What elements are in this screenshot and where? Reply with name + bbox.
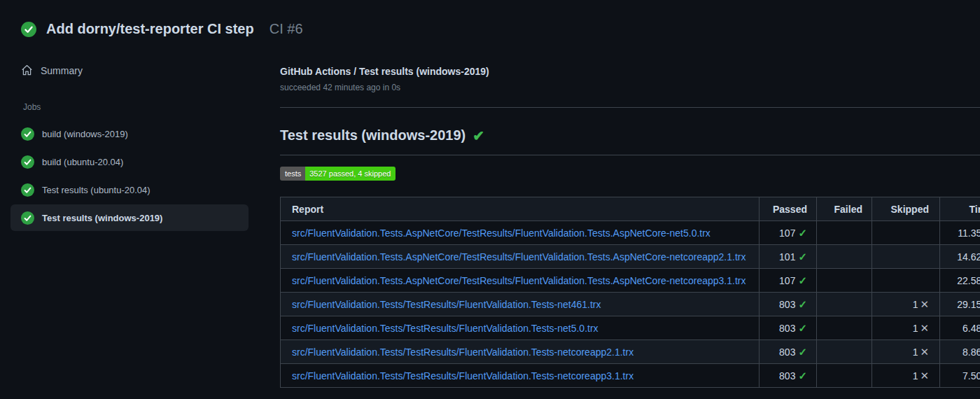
workflow-run-title: Add dorny/test-reporter CI step bbox=[46, 21, 254, 37]
check-circle-icon bbox=[21, 22, 36, 37]
report-link[interactable]: src/FluentValidation.Tests/TestResults/F… bbox=[292, 370, 634, 382]
check-icon: ✓ bbox=[798, 251, 807, 262]
job-label: build (ubuntu-20.04) bbox=[42, 157, 123, 167]
passed-cell: 803✓ bbox=[760, 364, 817, 388]
section-title-row: Test results (windows-2019) ✔ bbox=[280, 126, 980, 145]
passed-cell: 101✓ bbox=[760, 245, 817, 269]
column-header-skipped: Skipped bbox=[872, 197, 940, 221]
table-row: src/FluentValidation.Tests/TestResults/F… bbox=[281, 293, 980, 316]
divider bbox=[280, 155, 980, 155]
table-row: src/FluentValidation.Tests/TestResults/F… bbox=[281, 364, 980, 388]
report-link[interactable]: src/FluentValidation.Tests/TestResults/F… bbox=[292, 323, 598, 334]
time-cell: 11.359s bbox=[940, 221, 980, 245]
x-icon: ✕ bbox=[920, 298, 929, 310]
sidebar-job-item[interactable]: build (ubuntu-20.04) bbox=[10, 148, 248, 175]
check-icon: ✓ bbox=[798, 370, 807, 382]
report-link[interactable]: src/FluentValidation.Tests/TestResults/F… bbox=[292, 346, 634, 358]
report-link[interactable]: src/FluentValidation.Tests.AspNetCore/Te… bbox=[292, 251, 746, 262]
jobs-section-label: Jobs bbox=[23, 102, 41, 112]
time-cell: 7.503s bbox=[940, 364, 980, 388]
report-link[interactable]: src/FluentValidation.Tests/TestResults/F… bbox=[292, 299, 601, 310]
check-icon: ✓ bbox=[798, 274, 807, 286]
summary-label: Summary bbox=[41, 65, 83, 76]
column-header-report: Report bbox=[281, 197, 760, 221]
passed-cell: 107✓ bbox=[760, 221, 817, 245]
check-icon: ✓ bbox=[798, 346, 807, 358]
check-circle-icon bbox=[21, 155, 34, 169]
sidebar-job-item[interactable]: Test results (ubuntu-20.04) bbox=[10, 176, 248, 203]
failed-cell bbox=[817, 221, 872, 245]
check-icon: ✔ bbox=[472, 129, 484, 143]
column-header-passed: Passed bbox=[760, 197, 817, 221]
failed-cell bbox=[817, 269, 872, 293]
time-cell: 14.625s bbox=[940, 245, 980, 269]
x-icon: ✕ bbox=[920, 346, 929, 358]
skipped-cell: 1✕ bbox=[872, 293, 940, 316]
jobs-list: build (windows-2019) build (ubuntu-20.04… bbox=[10, 120, 248, 231]
check-circle-icon bbox=[21, 127, 34, 141]
failed-cell bbox=[817, 364, 872, 388]
skipped-cell bbox=[872, 269, 940, 293]
column-header-failed: Failed bbox=[817, 197, 872, 221]
check-run-status: succeeded 42 minutes ago in 0s bbox=[280, 82, 980, 93]
run-header: Add dorny/test-reporter CI step CI #6 bbox=[21, 21, 303, 37]
report-link[interactable]: src/FluentValidation.Tests.AspNetCore/Te… bbox=[292, 275, 746, 286]
skipped-cell: 1✕ bbox=[872, 364, 940, 388]
x-icon: ✕ bbox=[920, 370, 929, 382]
failed-cell bbox=[817, 245, 872, 269]
column-header-time: Time bbox=[940, 197, 980, 221]
sidebar-item-summary[interactable]: Summary bbox=[21, 64, 83, 76]
sidebar-job-item[interactable]: build (windows-2019) bbox=[10, 120, 248, 147]
section-title: Test results (windows-2019) bbox=[280, 126, 465, 145]
x-icon: ✕ bbox=[920, 322, 929, 334]
skipped-cell bbox=[872, 221, 940, 245]
tests-badge: tests 3527 passed, 4 skipped bbox=[280, 167, 396, 181]
table-row: src/FluentValidation.Tests.AspNetCore/Te… bbox=[281, 221, 980, 245]
divider bbox=[280, 107, 980, 108]
passed-cell: 803✓ bbox=[760, 340, 817, 364]
check-circle-icon bbox=[21, 211, 34, 225]
badge-value: 3527 passed, 4 skipped bbox=[305, 167, 396, 181]
badge-label: tests bbox=[280, 167, 305, 181]
skipped-cell bbox=[872, 245, 940, 269]
job-label: Test results (windows-2019) bbox=[42, 213, 162, 223]
job-label: Test results (ubuntu-20.04) bbox=[42, 185, 150, 195]
skipped-cell: 1✕ bbox=[872, 340, 940, 364]
time-cell: 29.153s bbox=[940, 293, 980, 316]
passed-cell: 803✓ bbox=[760, 293, 817, 316]
failed-cell bbox=[817, 316, 872, 340]
passed-cell: 107✓ bbox=[760, 269, 817, 293]
skipped-cell: 1✕ bbox=[872, 316, 940, 340]
table-row: src/FluentValidation.Tests/TestResults/F… bbox=[281, 340, 980, 364]
time-cell: 8.864s bbox=[940, 340, 980, 364]
check-icon: ✓ bbox=[798, 227, 807, 239]
passed-cell: 803✓ bbox=[760, 316, 817, 340]
home-icon bbox=[21, 64, 33, 76]
table-row: src/FluentValidation.Tests.AspNetCore/Te… bbox=[281, 245, 980, 269]
check-icon: ✓ bbox=[798, 298, 807, 310]
main-content: GitHub Actions / Test results (windows-2… bbox=[280, 0, 980, 388]
results-table: Report Passed Failed Skipped Time src/Fl… bbox=[280, 197, 980, 388]
check-icon: ✓ bbox=[798, 322, 807, 334]
failed-cell bbox=[817, 340, 872, 364]
check-run-title: GitHub Actions / Test results (windows-2… bbox=[280, 66, 980, 78]
failed-cell bbox=[817, 293, 872, 316]
table-header-row: Report Passed Failed Skipped Time bbox=[281, 197, 980, 221]
table-row: src/FluentValidation.Tests/TestResults/F… bbox=[281, 316, 980, 340]
report-link[interactable]: src/FluentValidation.Tests.AspNetCore/Te… bbox=[292, 227, 710, 239]
table-row: src/FluentValidation.Tests.AspNetCore/Te… bbox=[281, 269, 980, 293]
check-circle-icon bbox=[21, 183, 34, 197]
sidebar-job-item[interactable]: Test results (windows-2019) bbox=[10, 204, 248, 231]
time-cell: 6.485s bbox=[940, 316, 980, 340]
time-cell: 22.582s bbox=[940, 269, 980, 293]
job-label: build (windows-2019) bbox=[42, 129, 128, 139]
